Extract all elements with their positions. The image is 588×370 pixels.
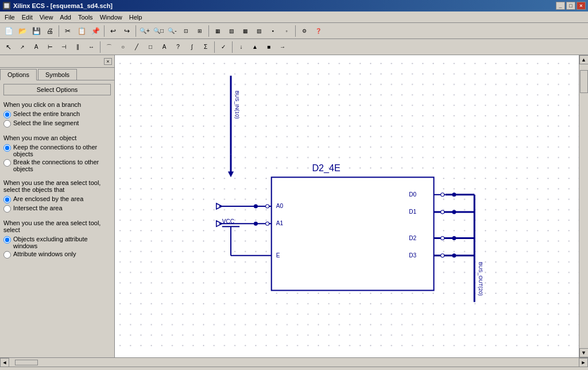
select-tool[interactable]: ↖ — [2, 41, 15, 53]
tab-symbols[interactable]: Symbols — [38, 69, 77, 80]
svg-point-32 — [441, 237, 444, 240]
sep5 — [295, 25, 296, 37]
title-bar: 🔲 Xilinx ECS - [esquema1_sd4.sch] _ □ × — [0, 0, 588, 11]
wire2-tool[interactable]: ⊣ — [57, 41, 70, 53]
circle-tool[interactable]: ○ — [117, 41, 129, 53]
new-button[interactable]: 📄 — [2, 25, 15, 37]
menu-edit[interactable]: Edit — [18, 13, 36, 22]
canvas-area[interactable]: BUS_IN(10) D2_4E A0 A1 E VC — [115, 55, 579, 357]
hier4-button[interactable]: ▨ — [253, 25, 265, 37]
select2-tool[interactable]: ↗ — [16, 41, 29, 53]
netlist-tool[interactable]: ↓ — [235, 41, 247, 53]
radio-entire-branch-label: Select the entire branch — [13, 110, 80, 117]
hier2-button[interactable]: ▧ — [225, 25, 238, 37]
radio-break-connections-input[interactable] — [3, 159, 11, 167]
open-button[interactable]: 📂 — [16, 25, 29, 37]
scroll-down-button[interactable]: ▼ — [579, 348, 589, 357]
group-click-branch: When you click on a branch Select the en… — [3, 101, 111, 128]
menu-view[interactable]: View — [36, 13, 57, 22]
group-move-object-label: When you move an object — [3, 134, 111, 141]
close-button[interactable]: × — [577, 2, 586, 10]
print-button[interactable]: 🖨 — [44, 25, 56, 37]
tab-options[interactable]: Options — [0, 69, 37, 80]
radio-line-segment-label: Select the line segment — [13, 120, 79, 126]
svg-point-8 — [254, 205, 257, 208]
radio-line-segment-input[interactable] — [3, 120, 11, 128]
zoom-full-button[interactable]: ⊞ — [194, 25, 206, 37]
scroll-left-button[interactable]: ◄ — [0, 358, 9, 367]
group-click-branch-label: When you click on a branch — [3, 101, 111, 108]
svg-point-9 — [266, 205, 269, 208]
menu-tools[interactable]: Tools — [75, 13, 96, 22]
arc-tool[interactable]: ⌒ — [103, 41, 115, 53]
radio-attr-windows-label: Attribute windows only — [13, 250, 76, 257]
undo-button[interactable]: ↩ — [107, 25, 119, 37]
tools2-button[interactable]: ❓ — [312, 25, 324, 37]
radio-keep-connections-input[interactable] — [3, 144, 11, 152]
svg-point-36 — [441, 254, 444, 257]
svg-text:A1: A1 — [276, 220, 284, 226]
h-scroll-thumb[interactable] — [15, 360, 38, 365]
menu-window[interactable]: Window — [96, 13, 126, 22]
impl-tool[interactable]: ■ — [262, 41, 275, 53]
hier1-button[interactable]: ▦ — [211, 25, 224, 37]
prog-tool[interactable]: → — [276, 41, 289, 53]
radio-enclosed-input[interactable] — [3, 196, 11, 203]
line-tool[interactable]: ╱ — [130, 41, 143, 53]
minimize-button[interactable]: _ — [556, 2, 565, 10]
svg-text:VCC: VCC — [222, 218, 234, 225]
tools1-button[interactable]: ⚙ — [298, 25, 311, 37]
menu-help[interactable]: Help — [126, 13, 146, 22]
radio-break-connections: Break the connections to other objects — [3, 159, 111, 172]
qmark-tool[interactable]: ? — [172, 41, 184, 53]
text2-tool[interactable]: A — [158, 41, 171, 53]
maximize-button[interactable]: □ — [566, 2, 575, 10]
fit-button[interactable]: ⊡ — [180, 25, 192, 37]
h-scroll-track[interactable] — [9, 360, 579, 365]
copy-button[interactable]: 📋 — [75, 25, 88, 37]
scroll-right-button[interactable]: ► — [579, 358, 588, 367]
group-area-select-label: When you use the area select tool, selec… — [3, 179, 111, 193]
paste-button[interactable]: 📌 — [89, 25, 102, 37]
svg-text:D1: D1 — [409, 209, 416, 215]
scroll-thumb[interactable] — [580, 70, 588, 93]
svg-text:D2: D2 — [409, 235, 416, 241]
rect-tool[interactable]: □ — [144, 41, 157, 53]
svg-point-29 — [452, 210, 456, 214]
wire1-tool[interactable]: ⊢ — [44, 41, 56, 53]
arc2-tool[interactable]: ∫ — [185, 41, 198, 53]
hier5-button[interactable]: ▪ — [266, 25, 279, 37]
text-tool[interactable]: A — [30, 41, 42, 53]
save-button[interactable]: 💾 — [30, 25, 42, 37]
svg-text:D3: D3 — [409, 252, 416, 259]
menu-add[interactable]: Add — [56, 13, 75, 22]
group-area-select: When you use the area select tool, selec… — [3, 179, 111, 213]
bus2-tool[interactable]: ↔ — [85, 41, 98, 53]
toolbar-draw: ↖ ↗ A ⊢ ⊣ ‖ ↔ ⌒ ○ ╱ □ A ? ∫ Σ ✓ ↓ ▲ ■ → — [0, 39, 588, 55]
check-tool[interactable]: ✓ — [217, 41, 230, 53]
radio-objects-excl-input[interactable] — [3, 236, 11, 244]
zoom-box-button[interactable]: 🔍□ — [152, 25, 165, 37]
app-icon: 🔲 — [2, 2, 11, 10]
sim-tool[interactable]: ▲ — [249, 41, 261, 53]
menu-file[interactable]: File — [1, 13, 18, 22]
bus1-tool[interactable]: ‖ — [71, 41, 84, 53]
radio-break-connections-label: Break the connections to other objects — [13, 159, 111, 172]
zoom-out-button[interactable]: 🔍- — [166, 25, 179, 37]
redo-button[interactable]: ↪ — [121, 25, 133, 37]
scroll-up-button[interactable]: ▲ — [579, 55, 589, 64]
cut-button[interactable]: ✂ — [61, 25, 74, 37]
panel-close-button[interactable]: × — [104, 58, 112, 65]
radio-attr-windows-input[interactable] — [3, 251, 11, 259]
toolbar-main: 📄 📂 💾 🖨 ✂ 📋 📌 ↩ ↪ 🔍+ 🔍□ 🔍- ⊡ ⊞ ▦ ▧ ▩ ▨ ▪… — [0, 23, 588, 39]
scroll-track[interactable] — [579, 64, 588, 348]
hier3-button[interactable]: ▩ — [239, 25, 252, 37]
hier6-button[interactable]: ▫ — [280, 25, 293, 37]
symbol-tool[interactable]: Σ — [199, 41, 212, 53]
bus-out-label: BUS_OUT(20) — [478, 262, 483, 296]
radio-intersect-input[interactable] — [3, 205, 11, 213]
svg-point-28 — [441, 210, 444, 214]
zoom-in-button[interactable]: 🔍+ — [138, 25, 151, 37]
radio-entire-branch-input[interactable] — [3, 111, 11, 118]
radio-enclosed-label: Are enclosed by the area — [13, 195, 83, 202]
